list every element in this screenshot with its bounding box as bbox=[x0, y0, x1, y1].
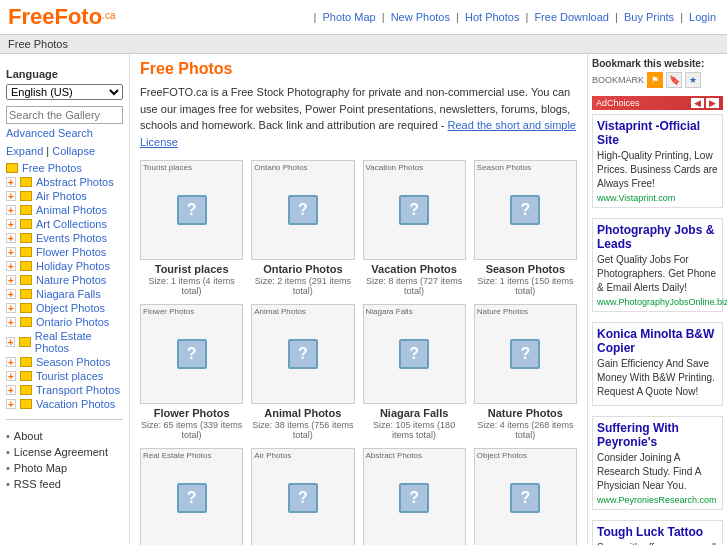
link-rss[interactable]: RSS feed bbox=[14, 478, 61, 490]
photo-abstract[interactable]: Abstract Photos ? Abstract Photos Size: … bbox=[363, 448, 466, 545]
tree-link-niagara[interactable]: Niagara Falls bbox=[36, 288, 101, 300]
nav-buy-prints[interactable]: Buy Prints bbox=[624, 11, 674, 23]
language-label: Language bbox=[6, 68, 123, 80]
tree-link-animal[interactable]: Animal Photos bbox=[36, 204, 107, 216]
photo-thumb-ontario[interactable]: Ontario Photos ? bbox=[251, 160, 354, 260]
tree-item-ontario[interactable]: + Ontario Photos bbox=[6, 315, 123, 329]
header: FreeFoto.ca | Photo Map | New Photos | H… bbox=[0, 0, 727, 35]
thumb-label-vacation: Vacation Photos bbox=[366, 163, 424, 172]
tree-link-art[interactable]: Art Collections bbox=[36, 218, 107, 230]
tree-item-realestate[interactable]: + Real Estate Photos bbox=[6, 329, 123, 355]
tree-link-holiday[interactable]: Holiday Photos bbox=[36, 260, 110, 272]
link-about[interactable]: About bbox=[14, 430, 43, 442]
photo-title-vacation: Vacation Photos bbox=[363, 263, 466, 275]
language-select[interactable]: English (US) bbox=[6, 84, 123, 100]
tree-link-realestate[interactable]: Real Estate Photos bbox=[35, 330, 123, 354]
adchoices-next[interactable]: ▶ bbox=[706, 98, 719, 108]
photo-nature[interactable]: Nature Photos ? Nature Photos Size: 4 it… bbox=[474, 304, 577, 440]
photo-thumb-realestate[interactable]: Real Estate Photos ? bbox=[140, 448, 243, 545]
nav-photo-map[interactable]: Photo Map bbox=[322, 11, 375, 23]
tree-item-flower[interactable]: + Flower Photos bbox=[6, 245, 123, 259]
bottom-link-about[interactable]: •About bbox=[6, 428, 123, 444]
tree-item-air[interactable]: + Air Photos bbox=[6, 189, 123, 203]
photo-title-nature: Nature Photos bbox=[474, 407, 577, 419]
photo-ontario[interactable]: Ontario Photos ? Ontario Photos Size: 2 … bbox=[251, 160, 354, 296]
collapse-link[interactable]: Collapse bbox=[52, 145, 95, 157]
tree-item-niagara[interactable]: + Niagara Falls bbox=[6, 287, 123, 301]
tree-item-free-photos[interactable]: Free Photos bbox=[6, 161, 123, 175]
tree-link-ontario[interactable]: Ontario Photos bbox=[36, 316, 109, 328]
photo-thumb-niagara[interactable]: Niagara Falls ? bbox=[363, 304, 466, 404]
ad-desc-konica: Gain Efficiency And Save Money With B&W … bbox=[597, 357, 718, 399]
nav-new-photos[interactable]: New Photos bbox=[391, 11, 450, 23]
tree-link-vacation[interactable]: Vacation Photos bbox=[36, 398, 115, 410]
photo-thumb-flower[interactable]: Flower Photos ? bbox=[140, 304, 243, 404]
bookmark-icon-2[interactable]: 🔖 bbox=[666, 72, 682, 88]
search-input[interactable] bbox=[6, 106, 123, 124]
photo-niagara[interactable]: Niagara Falls ? Niagara Falls Size: 105 … bbox=[363, 304, 466, 440]
photo-vacation[interactable]: Vacation Photos ? Vacation Photos Size: … bbox=[363, 160, 466, 296]
ad-title-vistaprint[interactable]: Vistaprint -Official Site bbox=[597, 119, 718, 147]
bottom-link-license[interactable]: •License Agreement bbox=[6, 444, 123, 460]
photo-animal[interactable]: Animal Photos ? Animal Photos Size: 38 i… bbox=[251, 304, 354, 440]
nav-free-download[interactable]: Free Download bbox=[534, 11, 609, 23]
tree-item-nature[interactable]: + Nature Photos bbox=[6, 273, 123, 287]
nav-login[interactable]: Login bbox=[689, 11, 716, 23]
photo-flower[interactable]: Flower Photos ? Flower Photos Size: 65 i… bbox=[140, 304, 243, 440]
tree-link-flower[interactable]: Flower Photos bbox=[36, 246, 106, 258]
photo-realestate[interactable]: Real Estate Photos ? Real Estate Photos … bbox=[140, 448, 243, 545]
tree-link-object[interactable]: Object Photos bbox=[36, 302, 105, 314]
ad-title-konica[interactable]: Konica Minolta B&W Copier bbox=[597, 327, 718, 355]
photo-thumb-object[interactable]: Object Photos ? bbox=[474, 448, 577, 545]
tree-plus-icon: + bbox=[6, 275, 16, 285]
link-license[interactable]: License Agreement bbox=[14, 446, 108, 458]
tree-link-nature[interactable]: Nature Photos bbox=[36, 274, 106, 286]
tree-link-events[interactable]: Events Photos bbox=[36, 232, 107, 244]
tree-item-object[interactable]: + Object Photos bbox=[6, 301, 123, 315]
bottom-link-photomap[interactable]: •Photo Map bbox=[6, 460, 123, 476]
photo-thumb-air[interactable]: Air Photos ? bbox=[251, 448, 354, 545]
photo-season[interactable]: Season Photos ? Season Photos Size: 1 it… bbox=[474, 160, 577, 296]
ad-vistaprint: Vistaprint -Official Site High-Quality P… bbox=[592, 114, 723, 208]
photo-thumb-season[interactable]: Season Photos ? bbox=[474, 160, 577, 260]
photo-thumb-vacation[interactable]: Vacation Photos ? bbox=[363, 160, 466, 260]
ad-url-peyronie: www.PeyroniesResearch.com bbox=[597, 495, 718, 505]
photo-thumb-animal[interactable]: Animal Photos ? bbox=[251, 304, 354, 404]
tree-item-vacation[interactable]: + Vacation Photos bbox=[6, 397, 123, 411]
tree-item-events[interactable]: + Events Photos bbox=[6, 231, 123, 245]
tree-link-transport[interactable]: Transport Photos bbox=[36, 384, 120, 396]
photo-tourist-places[interactable]: Tourist places ? Tourist places Size: 1 … bbox=[140, 160, 243, 296]
advanced-search-link[interactable]: Advanced Search bbox=[6, 127, 123, 139]
tree-item-transport[interactable]: + Transport Photos bbox=[6, 383, 123, 397]
adchoices-prev[interactable]: ◀ bbox=[691, 98, 704, 108]
photo-thumb-tourist[interactable]: Tourist places ? bbox=[140, 160, 243, 260]
adchoices-bar: AdChoices ◀ ▶ bbox=[592, 96, 723, 110]
link-photomap[interactable]: Photo Map bbox=[14, 462, 67, 474]
expand-link[interactable]: Expand bbox=[6, 145, 43, 157]
tree-link-air[interactable]: Air Photos bbox=[36, 190, 87, 202]
bottom-link-rss[interactable]: •RSS feed bbox=[6, 476, 123, 492]
tree-item-tourist[interactable]: + Tourist places bbox=[6, 369, 123, 383]
bookmark-icon-1[interactable]: ⚑ bbox=[647, 72, 663, 88]
tree-link-abstract[interactable]: Abstract Photos bbox=[36, 176, 114, 188]
tree-item-abstract[interactable]: + Abstract Photos bbox=[6, 175, 123, 189]
sidebar-bottom-links: •About •License Agreement •Photo Map •RS… bbox=[6, 428, 123, 492]
photo-thumb-nature[interactable]: Nature Photos ? bbox=[474, 304, 577, 404]
photo-size-niagara: Size: 105 items (180 items total) bbox=[363, 420, 466, 440]
tree-link-season[interactable]: Season Photos bbox=[36, 356, 111, 368]
photo-air[interactable]: Air Photos ? Air Photos Size: 4 items (1… bbox=[251, 448, 354, 545]
folder-icon bbox=[20, 399, 32, 409]
bookmark-icon-3[interactable]: ★ bbox=[685, 72, 701, 88]
ad-title-peyronie[interactable]: Suffering With Peyronie's bbox=[597, 421, 718, 449]
ad-title-tattoo[interactable]: Tough Luck Tattoo bbox=[597, 525, 718, 539]
ad-title-photojobs[interactable]: Photography Jobs & Leads bbox=[597, 223, 718, 251]
nav-hot-photos[interactable]: Hot Photos bbox=[465, 11, 519, 23]
tree-item-holiday[interactable]: + Holiday Photos bbox=[6, 259, 123, 273]
photo-object[interactable]: Object Photos ? Object Photos Size: 2 it… bbox=[474, 448, 577, 545]
tree-item-art[interactable]: + Art Collections bbox=[6, 217, 123, 231]
tree-item-animal[interactable]: + Animal Photos bbox=[6, 203, 123, 217]
tree-link-free-photos[interactable]: Free Photos bbox=[22, 162, 82, 174]
tree-link-tourist[interactable]: Tourist places bbox=[36, 370, 103, 382]
tree-item-season[interactable]: + Season Photos bbox=[6, 355, 123, 369]
photo-thumb-abstract[interactable]: Abstract Photos ? bbox=[363, 448, 466, 545]
